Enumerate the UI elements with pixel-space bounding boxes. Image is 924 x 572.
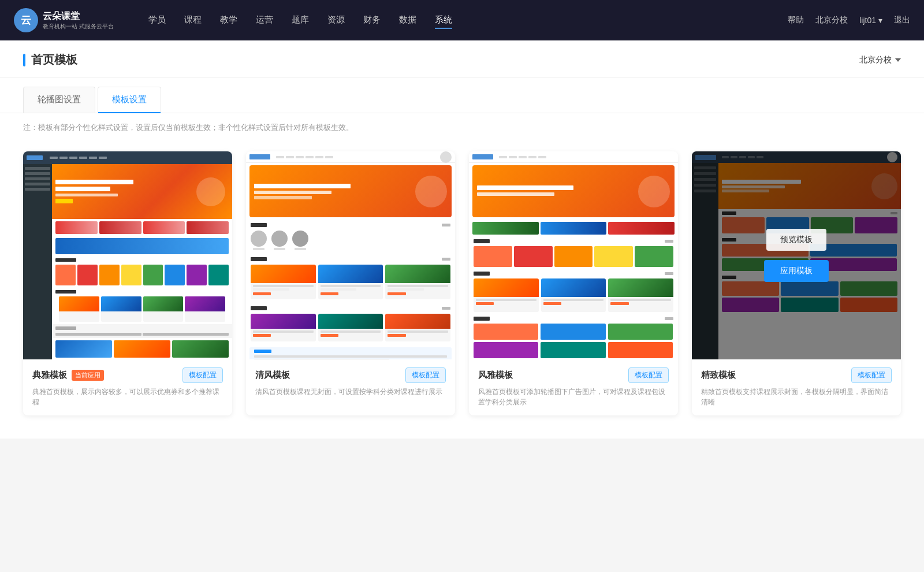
nav-item-students[interactable]: 学员 bbox=[148, 12, 166, 29]
template-desc-elegant2: 风雅首页模板可添加轮播图下广告图片，可对课程及课程包设置学科分类展示 bbox=[478, 387, 669, 407]
nav-item-system[interactable]: 系统 bbox=[435, 12, 452, 29]
config-button-elegant[interactable]: 模板配置 bbox=[182, 367, 223, 383]
branch-selector-nav[interactable]: 北京分校 bbox=[815, 15, 848, 25]
logo-icon: 云 bbox=[14, 8, 38, 32]
nav-item-operations[interactable]: 运营 bbox=[256, 12, 273, 29]
current-badge-elegant: 当前应用 bbox=[72, 370, 104, 381]
templates-grid: 典雅模板 当前应用 模板配置 典雅首页模板，展示内容较多，可以展示优惠券和多个推… bbox=[0, 142, 924, 439]
page-header: 首页模板 北京分校 bbox=[0, 40, 924, 77]
preview-button-exquisite[interactable]: 预览模板 bbox=[766, 229, 826, 251]
template-name-elegant2: 风雅模板 bbox=[478, 370, 513, 381]
nav-logo: 云 云朵课堂 教育机构一站 式服务云平台 bbox=[14, 8, 114, 32]
template-card-elegant2: 风雅模板 模板配置 风雅首页模板可添加轮播图下广告图片，可对课程及课程包设置学科… bbox=[469, 151, 678, 415]
page-title-bar bbox=[23, 54, 25, 66]
template-name-clean: 清风模板 bbox=[255, 370, 290, 381]
template-overlay-exquisite: 预览模板 应用模板 bbox=[692, 151, 901, 359]
page-title-wrap: 首页模板 bbox=[23, 52, 77, 77]
template-name-elegant: 典雅模板 bbox=[32, 370, 67, 381]
nav-item-resources[interactable]: 资源 bbox=[327, 12, 345, 29]
nav-item-data[interactable]: 数据 bbox=[399, 12, 416, 29]
template-desc-clean: 清风首页模板课程无封面，可设置按学科分类对课程进行展示 bbox=[255, 387, 446, 397]
chevron-down-icon bbox=[895, 58, 901, 62]
branch-selector[interactable]: 北京分校 bbox=[859, 55, 901, 75]
note-text: 注：模板有部分个性化样式设置，设置后仅当前模板生效；非个性化样式设置后针对所有模… bbox=[0, 113, 924, 142]
nav-item-courses[interactable]: 课程 bbox=[184, 12, 202, 29]
template-preview-elegant2[interactable] bbox=[469, 151, 678, 359]
template-preview-exquisite[interactable]: 预览模板 应用模板 bbox=[692, 151, 901, 359]
logout-link[interactable]: 退出 bbox=[894, 15, 910, 25]
nav-right: 帮助 北京分校 lijt01 ▾ 退出 bbox=[788, 15, 910, 25]
template-info-exquisite: 精致模板 模板配置 精致首页模板支持课程展示封面，各模板分隔明显，界面简洁清晰 bbox=[692, 359, 901, 415]
template-info-clean: 清风模板 模板配置 清风首页模板课程无封面，可设置按学科分类对课程进行展示 bbox=[246, 359, 455, 405]
nav-item-questions[interactable]: 题库 bbox=[292, 12, 309, 29]
apply-button-exquisite[interactable]: 应用模板 bbox=[764, 260, 829, 282]
config-button-clean[interactable]: 模板配置 bbox=[405, 367, 446, 383]
template-name-exquisite: 精致模板 bbox=[701, 370, 736, 381]
nav-item-finance[interactable]: 财务 bbox=[363, 12, 381, 29]
template-card-clean: 清风模板 模板配置 清风首页模板课程无封面，可设置按学科分类对课程进行展示 bbox=[246, 151, 455, 415]
tab-carousel[interactable]: 轮播图设置 bbox=[23, 87, 95, 113]
config-button-elegant2[interactable]: 模板配置 bbox=[628, 367, 669, 383]
logo-text: 云朵课堂 教育机构一站 式服务云平台 bbox=[43, 10, 114, 30]
template-preview-clean[interactable] bbox=[246, 151, 455, 359]
template-desc-exquisite: 精致首页模板支持课程展示封面，各模板分隔明显，界面简洁清晰 bbox=[701, 387, 892, 407]
template-desc-elegant: 典雅首页模板，展示内容较多，可以展示优惠券和多个推荐课程 bbox=[32, 387, 223, 407]
navbar: 云 云朵课堂 教育机构一站 式服务云平台 学员 课程 教学 运营 题库 资源 财… bbox=[0, 0, 924, 40]
page-title: 首页模板 bbox=[31, 52, 77, 68]
template-preview-elegant[interactable] bbox=[23, 151, 232, 359]
nav-item-teaching[interactable]: 教学 bbox=[220, 12, 237, 29]
tab-template[interactable]: 模板设置 bbox=[98, 87, 161, 113]
page-content: 首页模板 北京分校 轮播图设置 模板设置 注：模板有部分个性化样式设置，设置后仅… bbox=[0, 40, 924, 439]
template-card-exquisite: 预览模板 应用模板 精致模板 模板配置 精致首页模板支持课程展示封面，各模板分隔… bbox=[692, 151, 901, 415]
help-link[interactable]: 帮助 bbox=[788, 15, 804, 25]
user-menu[interactable]: lijt01 ▾ bbox=[859, 16, 882, 25]
nav-menu: 学员 课程 教学 运营 题库 资源 财务 数据 系统 bbox=[148, 12, 788, 29]
tabs-container: 轮播图设置 模板设置 bbox=[0, 87, 924, 113]
template-info-elegant2: 风雅模板 模板配置 风雅首页模板可添加轮播图下广告图片，可对课程及课程包设置学科… bbox=[469, 359, 678, 415]
template-card-elegant: 典雅模板 当前应用 模板配置 典雅首页模板，展示内容较多，可以展示优惠券和多个推… bbox=[23, 151, 232, 415]
template-info-elegant: 典雅模板 当前应用 模板配置 典雅首页模板，展示内容较多，可以展示优惠券和多个推… bbox=[23, 359, 232, 415]
config-button-exquisite[interactable]: 模板配置 bbox=[851, 367, 892, 383]
